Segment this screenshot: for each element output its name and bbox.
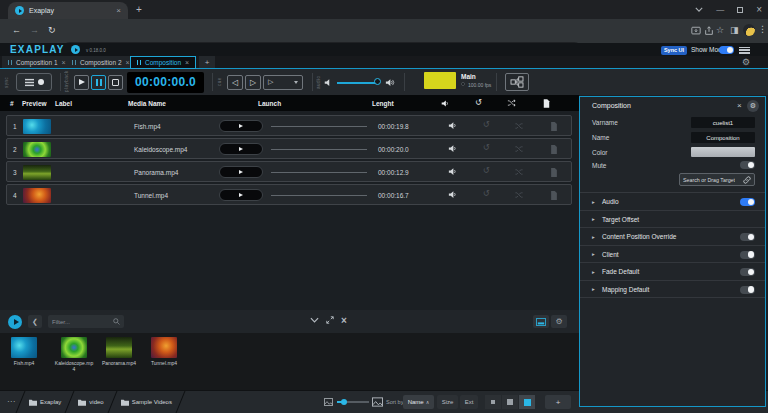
loop-icon[interactable]: ↺ xyxy=(480,144,492,152)
breadcrumb-sample-videos[interactable]: Sample Videos xyxy=(113,391,180,413)
browser-menu-kebab-icon[interactable]: ⋮ xyxy=(758,24,767,34)
color-swatch[interactable] xyxy=(691,147,755,157)
client-toggle[interactable] xyxy=(740,251,755,259)
play-button[interactable] xyxy=(74,75,89,90)
new-tab-button[interactable]: + xyxy=(136,4,142,15)
row-progress-track[interactable] xyxy=(271,126,367,127)
file-icon[interactable] xyxy=(548,191,560,200)
cue-row-2[interactable]: 2 Kaleidoscope.mp4 00:00:20.0 ↺ xyxy=(6,138,572,159)
share-icon[interactable] xyxy=(704,26,714,36)
filter-field[interactable] xyxy=(48,315,124,328)
shuffle-icon[interactable] xyxy=(513,191,525,199)
volume-slider-knob[interactable] xyxy=(374,78,381,85)
media-settings-gear-icon[interactable]: ⚙ xyxy=(551,315,567,328)
tab-close-icon[interactable]: × xyxy=(116,7,121,15)
output-routing-button[interactable] xyxy=(505,73,529,91)
section-client[interactable]: ▸ Client xyxy=(580,246,765,264)
pause-button[interactable] xyxy=(91,75,106,90)
tab-close-icon[interactable]: × xyxy=(126,59,130,66)
thumbnail-zoom-slider-knob[interactable] xyxy=(341,399,347,405)
loop-icon[interactable]: ↺ xyxy=(480,121,492,129)
volume-slider-track[interactable] xyxy=(337,82,379,84)
tab-composition-1[interactable]: Composition 1 × xyxy=(2,56,72,68)
bin-item-panorama[interactable]: Panorama.mp4 xyxy=(99,337,139,366)
filter-input[interactable] xyxy=(52,319,113,325)
tab-close-icon[interactable]: × xyxy=(62,59,66,66)
browser-tab[interactable]: Exaplay × xyxy=(8,2,128,19)
bin-item-fish[interactable]: Fish.mp4 xyxy=(4,337,44,366)
tab-search-chevron-icon[interactable] xyxy=(695,7,703,12)
tab-composition-active[interactable]: Composition × xyxy=(130,56,196,69)
row-launch-button[interactable] xyxy=(219,120,263,132)
minimize-button[interactable]: — xyxy=(716,5,724,14)
bin-item-kaleidoscope[interactable]: Kaleidoscope.mp4 xyxy=(54,337,94,372)
file-icon[interactable] xyxy=(548,122,560,131)
cue-row-3[interactable]: 3 Panorama.mp4 00:00:12.9 ↺ xyxy=(6,161,572,182)
section-target-offset[interactable]: ▸ Target Offset xyxy=(580,211,765,229)
breadcrumb-overflow-icon[interactable]: ⋯ xyxy=(7,397,15,406)
sync-ui-button[interactable]: Sync UI xyxy=(661,46,687,55)
add-media-button[interactable]: + xyxy=(545,395,571,409)
view-small-button[interactable] xyxy=(485,395,501,409)
settings-gear-icon[interactable]: ⚙ xyxy=(742,57,750,67)
volume-icon[interactable] xyxy=(447,144,459,153)
panel-settings-gear-icon[interactable]: ⚙ xyxy=(747,100,759,112)
shuffle-icon[interactable] xyxy=(513,168,525,176)
shuffle-icon[interactable] xyxy=(513,122,525,130)
section-mapping-default[interactable]: ▸ Mapping Default xyxy=(580,281,765,299)
row-launch-button[interactable] xyxy=(219,189,263,201)
section-content-position-override[interactable]: ▸ Content Position Override xyxy=(580,228,765,246)
stop-button[interactable] xyxy=(108,75,123,90)
sort-size-button[interactable]: Size xyxy=(437,395,458,409)
panel-close-icon[interactable]: × xyxy=(737,101,742,110)
show-mode-toggle[interactable] xyxy=(719,46,734,54)
refresh-icon[interactable]: ↻ xyxy=(48,25,56,35)
close-panel-icon[interactable]: × xyxy=(341,317,347,325)
back-icon[interactable]: ← xyxy=(12,25,21,35)
volume-icon[interactable] xyxy=(447,190,459,199)
file-icon[interactable] xyxy=(548,145,560,154)
cue-next-button[interactable]: ▷ xyxy=(245,75,261,90)
breadcrumb-video[interactable]: video xyxy=(70,391,111,413)
section-fade-default[interactable]: ▸ Fade Default xyxy=(580,263,765,281)
cue-row-4[interactable]: 4 Tunnel.mp4 00:00:16.7 ↺ xyxy=(6,184,572,205)
bookmark-star-icon[interactable]: ☆ xyxy=(716,25,724,35)
section-audio[interactable]: ▸ Audio xyxy=(580,193,765,211)
content-position-override-toggle[interactable] xyxy=(740,233,755,241)
close-window-button[interactable]: × xyxy=(756,4,762,15)
fade-default-toggle[interactable] xyxy=(740,268,755,276)
output-preview-swatch[interactable] xyxy=(424,72,456,89)
app-menu-icon[interactable] xyxy=(739,47,750,56)
profile-avatar[interactable] xyxy=(743,24,755,36)
row-progress-track[interactable] xyxy=(271,149,367,150)
row-progress-track[interactable] xyxy=(271,172,367,173)
loop-icon[interactable]: ↺ xyxy=(480,190,492,198)
exaplay-logo-button[interactable] xyxy=(8,315,22,329)
browse-back-button[interactable]: ❮ xyxy=(28,315,42,328)
sort-name-button[interactable]: Name ∧ xyxy=(403,395,434,409)
add-composition-tab-button[interactable]: + xyxy=(199,56,215,68)
row-progress-track[interactable] xyxy=(271,195,367,196)
cue-previous-button[interactable]: ◁ xyxy=(227,75,243,90)
tab-close-icon[interactable]: × xyxy=(185,59,189,66)
volume-icon[interactable] xyxy=(447,121,459,130)
mute-toggle[interactable] xyxy=(740,161,755,169)
name-input[interactable] xyxy=(691,132,755,143)
file-icon[interactable] xyxy=(548,168,560,177)
view-large-button[interactable] xyxy=(519,395,535,409)
install-app-icon[interactable] xyxy=(691,26,701,36)
view-medium-button[interactable] xyxy=(502,395,518,409)
sort-ext-button[interactable]: Ext xyxy=(460,395,478,409)
tab-composition-2[interactable]: Composition 2 × xyxy=(66,56,136,68)
shuffle-icon[interactable] xyxy=(513,145,525,153)
thumbnail-view-button[interactable] xyxy=(533,315,549,328)
cue-row-1[interactable]: 1 Fish.mp4 00:00:19.8 ↺ xyxy=(6,115,572,136)
cue-go-dropdown[interactable]: ▷ xyxy=(263,75,303,90)
side-panel-icon[interactable]: ◨ xyxy=(730,25,739,35)
mapping-default-toggle[interactable] xyxy=(740,286,755,294)
row-launch-button[interactable] xyxy=(219,143,263,155)
varname-input[interactable] xyxy=(691,117,755,128)
loop-icon[interactable]: ↺ xyxy=(480,167,492,175)
search-or-drag-target-button[interactable]: Search or Drag Target xyxy=(679,173,755,186)
sync-record-button[interactable] xyxy=(16,73,52,91)
